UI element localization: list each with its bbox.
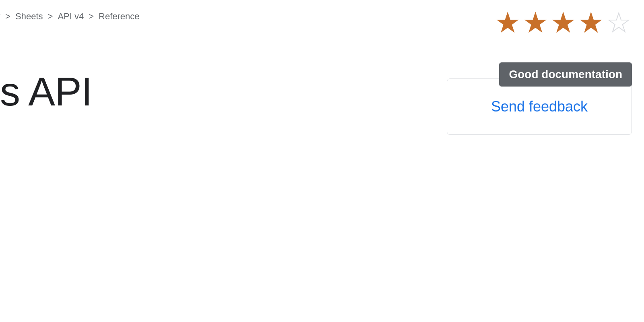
breadcrumb-separator-1: > xyxy=(5,11,10,22)
star-4[interactable]: ★ xyxy=(578,8,604,37)
breadcrumb-item-sheets[interactable]: Sheets xyxy=(15,11,43,22)
tooltip-text: Good documentation xyxy=(509,68,622,80)
star-rating: ★ ★ ★ ★ ☆ xyxy=(495,8,632,37)
send-feedback-link[interactable]: Send feedback xyxy=(491,98,588,115)
tooltip: Good documentation xyxy=(499,62,632,87)
star-3[interactable]: ★ xyxy=(550,8,576,37)
breadcrumb-item-developer[interactable]: eloper xyxy=(0,11,0,22)
star-2[interactable]: ★ xyxy=(522,8,549,37)
page-title: s API xyxy=(0,68,92,115)
page-container: eloper > Sheets > API v4 > Reference ★ ★… xyxy=(0,0,644,322)
star-1[interactable]: ★ xyxy=(495,8,521,37)
breadcrumb-item-apiv4[interactable]: API v4 xyxy=(58,11,84,22)
breadcrumb-separator-2: > xyxy=(48,11,53,22)
breadcrumb-item-reference[interactable]: Reference xyxy=(99,11,140,22)
breadcrumb-separator-3: > xyxy=(89,11,94,22)
feedback-box: Send feedback xyxy=(447,78,632,135)
star-5[interactable]: ☆ xyxy=(606,8,632,37)
breadcrumb-items: eloper > Sheets > API v4 > Reference xyxy=(0,11,140,22)
